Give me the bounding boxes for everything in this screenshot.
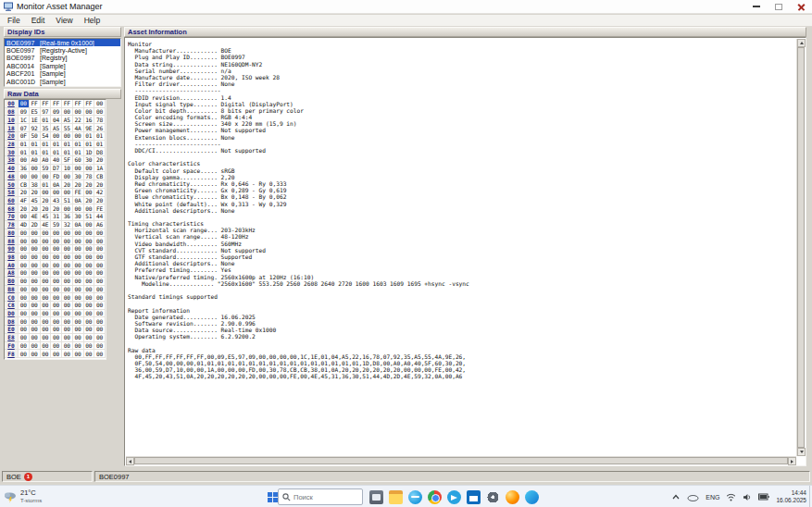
hex-byte-cell[interactable]: 20	[41, 204, 52, 213]
hex-byte-cell[interactable]: 00	[94, 334, 106, 342]
hex-byte-cell[interactable]: 01	[73, 141, 84, 149]
hex-byte-cell[interactable]: 42	[94, 189, 106, 197]
hex-byte-cell[interactable]: 01	[30, 141, 41, 149]
hex-byte-cell[interactable]: 01	[41, 141, 52, 149]
hex-byte-cell[interactable]: 00	[19, 310, 30, 318]
hex-byte-cell[interactable]: A5	[51, 124, 62, 132]
hex-byte-cell[interactable]: 00	[62, 245, 73, 254]
cloud-icon[interactable]	[687, 493, 699, 501]
weather-widget[interactable]: 21°C T-storms	[3, 486, 68, 507]
display-id-item[interactable]: BOE0997[Real-time 0x1000]	[5, 39, 120, 46]
hex-byte-cell[interactable]: 00	[94, 293, 106, 302]
hex-byte-cell[interactable]: 00	[19, 261, 30, 269]
hex-byte-cell[interactable]: 00	[62, 334, 73, 342]
hex-byte-cell[interactable]: 00	[30, 350, 41, 358]
hex-byte-cell[interactable]: 2D	[30, 221, 41, 229]
hex-byte-cell[interactable]: 00	[51, 310, 62, 318]
hex-byte-cell[interactable]: 00	[94, 261, 106, 269]
hex-byte-cell[interactable]: 55	[62, 124, 73, 132]
hex-byte-cell[interactable]: 00	[41, 350, 52, 358]
hex-byte-cell[interactable]: A5	[62, 116, 73, 124]
hex-byte-cell[interactable]: 00	[41, 310, 52, 318]
hex-byte-cell[interactable]: 00	[19, 326, 30, 334]
hex-byte-cell[interactable]: 00	[84, 245, 95, 254]
hex-byte-cell[interactable]: 92	[30, 124, 41, 132]
hex-byte-cell[interactable]: 9E	[84, 124, 95, 132]
hex-byte-cell[interactable]: A0	[41, 156, 52, 165]
task-view-icon[interactable]	[369, 490, 383, 504]
hex-byte-cell[interactable]: 20	[94, 197, 106, 205]
hex-byte-cell[interactable]: 1D	[84, 148, 95, 156]
hex-byte-cell[interactable]: 00	[73, 317, 84, 326]
hex-byte-cell[interactable]: FD	[51, 172, 62, 180]
hex-byte-cell[interactable]: 01	[94, 132, 106, 141]
hex-byte-cell[interactable]: 00	[94, 326, 106, 334]
hex-byte-cell[interactable]: 00	[51, 132, 62, 141]
hex-byte-cell[interactable]: 00	[73, 326, 84, 334]
hex-byte-cell[interactable]: 54	[41, 132, 52, 141]
hex-byte-cell[interactable]: 00	[94, 108, 106, 117]
hex-byte-cell[interactable]: 00	[51, 254, 62, 262]
hex-byte-cell[interactable]: 00	[41, 326, 52, 334]
hex-byte-cell[interactable]: 32	[62, 221, 73, 229]
hex-byte-cell[interactable]: 00	[51, 293, 62, 302]
hex-byte-cell[interactable]: 30	[73, 172, 84, 180]
scroll-right-button[interactable]	[788, 457, 796, 465]
hex-byte-cell[interactable]: 00	[19, 100, 30, 108]
hex-byte-cell[interactable]: 01	[41, 180, 52, 189]
hex-byte-cell[interactable]: 00	[30, 254, 41, 262]
hex-byte-cell[interactable]: 01	[73, 148, 84, 156]
hex-byte-cell[interactable]: 20	[73, 180, 84, 189]
hex-byte-cell[interactable]: FF	[73, 100, 84, 108]
hex-byte-cell[interactable]: 0A	[73, 221, 84, 229]
hex-byte-cell[interactable]: 00	[84, 237, 95, 245]
hex-byte-cell[interactable]: 00	[84, 229, 95, 238]
hex-byte-cell[interactable]: 00	[30, 326, 41, 334]
hex-byte-cell[interactable]: 00	[30, 293, 41, 302]
hex-byte-cell[interactable]: 00	[51, 261, 62, 269]
hex-byte-cell[interactable]: CB	[94, 172, 106, 180]
hex-byte-cell[interactable]: 20	[84, 180, 95, 189]
display-id-item[interactable]: BOE0997[Registry-Active]	[5, 46, 120, 54]
hex-byte-cell[interactable]: 00	[62, 204, 73, 213]
hex-byte-cell[interactable]: 00	[30, 302, 41, 310]
hex-byte-cell[interactable]: 00	[51, 302, 62, 310]
chrome-icon[interactable]	[428, 490, 442, 504]
hex-byte-cell[interactable]: 20	[84, 197, 95, 205]
hex-byte-cell[interactable]: 00	[62, 310, 73, 318]
hex-byte-cell[interactable]: 4E	[30, 213, 41, 221]
hex-byte-cell[interactable]: 00	[73, 350, 84, 358]
hex-byte-cell[interactable]: 00	[51, 334, 62, 342]
hex-byte-cell[interactable]: 00	[94, 310, 106, 318]
hex-byte-cell[interactable]: 5F	[62, 156, 73, 165]
hex-byte-cell[interactable]: 0A	[51, 180, 62, 189]
hex-byte-cell[interactable]: 4E	[41, 221, 52, 229]
menu-help[interactable]: Help	[79, 15, 106, 26]
settings-icon[interactable]	[486, 490, 500, 504]
hex-byte-cell[interactable]: 00	[62, 278, 73, 286]
hex-byte-cell[interactable]: 0A	[73, 197, 84, 205]
hex-byte-cell[interactable]: 00	[94, 286, 106, 294]
hex-byte-cell[interactable]: D8	[94, 148, 106, 156]
hex-byte-cell[interactable]: 20	[41, 197, 52, 205]
hex-byte-cell[interactable]: 00	[94, 317, 106, 326]
hex-byte-cell[interactable]: 00	[51, 229, 62, 238]
display-id-list[interactable]: BOE0997[Real-time 0x1000]BOE0997[Registr…	[4, 38, 121, 87]
hex-byte-cell[interactable]: 35	[41, 124, 52, 132]
wifi-icon[interactable]	[726, 493, 736, 501]
battery-icon[interactable]	[758, 493, 769, 501]
taskbar-search[interactable]	[278, 488, 363, 505]
hex-byte-cell[interactable]: 00	[84, 302, 95, 310]
hex-byte-cell[interactable]: 01	[19, 141, 30, 149]
hex-byte-cell[interactable]: 00	[41, 293, 52, 302]
hex-byte-cell[interactable]: 00	[19, 302, 30, 310]
hex-byte-cell[interactable]: 00	[41, 189, 52, 197]
hex-byte-cell[interactable]: 4A	[73, 124, 84, 132]
hex-byte-cell[interactable]: 00	[19, 334, 30, 342]
display-id-item[interactable]: ABC001D[Sample]	[5, 78, 120, 85]
hex-byte-cell[interactable]: 00	[84, 350, 95, 358]
hex-byte-cell[interactable]: 00	[73, 293, 84, 302]
hex-byte-cell[interactable]: 36	[62, 213, 73, 221]
hex-byte-cell[interactable]: 00	[19, 254, 30, 262]
hex-byte-cell[interactable]: 00	[84, 326, 95, 334]
